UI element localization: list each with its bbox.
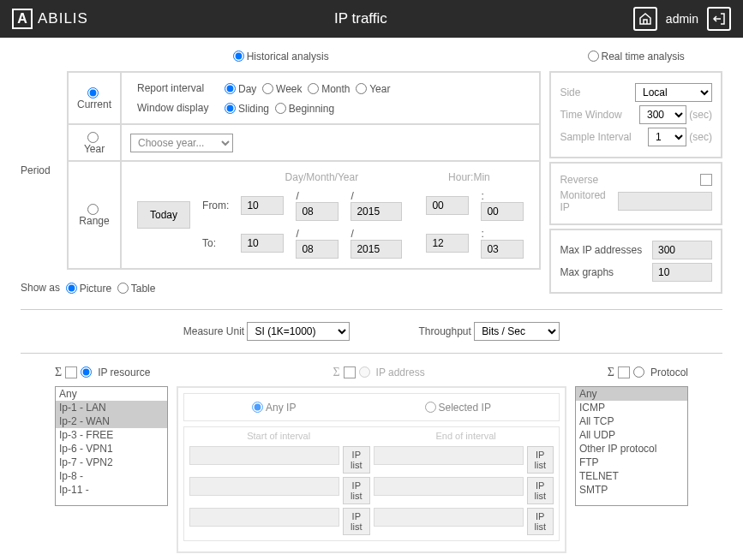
filter-proto-radio[interactable] [633,366,644,378]
to-year-input[interactable] [351,240,402,259]
today-button[interactable]: Today [137,201,190,229]
ip-start-1-input[interactable] [189,446,339,465]
brand-logo: A [12,9,33,29]
list-item[interactable]: Ip-3 - FREE [56,428,167,442]
to-hour-input[interactable] [426,234,469,253]
ip-resource-list[interactable]: AnyIp-1 - LANIp-2 - WANIp-3 - FREEIp-6 -… [55,386,168,506]
iplist-3b-button[interactable]: IP list [527,508,554,535]
sum-ipaddr-checkbox[interactable] [344,366,356,378]
mode-historical-radio[interactable] [233,51,244,62]
iplist-3a-button[interactable]: IP list [343,508,369,535]
list-item[interactable]: All TCP [576,414,687,428]
period-current-radio[interactable] [87,87,99,98]
user-label: admin [666,12,698,26]
list-item[interactable]: SMTP [576,483,687,497]
period-range-radio[interactable] [87,204,99,215]
list-item[interactable]: Ip-6 - VPN1 [56,442,167,456]
show-picture-radio[interactable] [66,283,77,294]
ip-start-2-input[interactable] [189,477,339,496]
window-beginning-radio[interactable] [275,103,286,114]
list-item[interactable]: FTP [576,456,687,469]
to-min-input[interactable] [481,240,524,259]
interval-day-radio[interactable] [225,83,236,94]
from-month-input[interactable] [296,202,339,221]
measure-unit-select[interactable]: SI (1K=1000) [247,322,350,341]
sample-interval-select[interactable]: 1 [648,128,686,146]
home-icon[interactable] [633,7,657,31]
sum-proto-checkbox[interactable] [618,366,630,378]
ip-end-2-input[interactable] [374,477,524,496]
filter-ipaddr-radio [359,366,370,378]
iplist-1a-button[interactable]: IP list [343,446,369,474]
ip-address-panel: Any IP Selected IP Start of intervalEnd … [177,386,566,553]
throughput-select[interactable]: Bits / Sec [474,322,560,341]
iplist-2b-button[interactable]: IP list [527,477,554,504]
max-ip-input[interactable] [652,241,712,259]
mode-realtime-label: Real time analysis [602,51,685,63]
from-min-input[interactable] [481,202,524,221]
monitored-ip-input[interactable] [618,192,712,211]
interval-month-radio[interactable] [308,83,319,94]
side-select[interactable]: Local [635,83,712,102]
iplist-1b-button[interactable]: IP list [527,446,554,474]
list-item[interactable]: All UDP [576,428,687,442]
from-year-input[interactable] [351,202,402,221]
period-year-radio[interactable] [87,132,99,143]
mode-historical-label: Historical analysis [247,51,329,63]
brand: A ABILIS [12,9,88,29]
ip-end-1-input[interactable] [374,446,524,465]
list-item[interactable]: ICMP [576,401,687,414]
iplist-2a-button[interactable]: IP list [343,477,369,504]
show-table-radio[interactable] [117,283,129,294]
ip-end-3-input[interactable] [374,508,524,527]
list-item[interactable]: Ip-8 - [56,469,167,483]
reverse-checkbox[interactable] [700,174,712,186]
list-item[interactable]: Ip-2 - WAN [56,414,167,428]
sum-ipres-checkbox[interactable] [65,366,77,378]
from-day-input[interactable] [241,196,284,215]
year-select[interactable]: Choose year... [130,134,233,152]
any-ip-radio[interactable] [252,402,263,413]
max-graphs-input[interactable] [652,263,712,282]
protocol-list[interactable]: AnyICMPAll TCPAll UDPOther IP protocolFT… [575,386,688,506]
to-month-input[interactable] [296,240,339,259]
interval-year-radio[interactable] [356,83,367,94]
show-as-label: Show as [21,282,60,294]
brand-text: ABILIS [38,10,88,27]
to-day-input[interactable] [241,234,284,253]
list-item[interactable]: Any [576,387,687,401]
logout-icon[interactable] [707,7,731,31]
selected-ip-radio[interactable] [425,402,436,413]
time-window-select[interactable]: 300 [639,105,686,124]
page-title: IP traffic [88,10,633,27]
mode-realtime-radio[interactable] [588,51,599,62]
ip-start-3-input[interactable] [189,508,339,527]
period-label: Period [21,164,62,176]
window-sliding-radio[interactable] [225,103,236,114]
list-item[interactable]: Ip-11 - [56,483,167,497]
list-item[interactable]: TELNET [576,469,687,483]
list-item[interactable]: Other IP protocol [576,442,687,456]
interval-week-radio[interactable] [262,83,273,94]
list-item[interactable]: Ip-7 - VPN2 [56,456,167,469]
list-item[interactable]: Any [56,387,167,401]
from-hour-input[interactable] [426,196,469,215]
filter-ipres-radio[interactable] [81,366,92,378]
list-item[interactable]: Ip-1 - LAN [56,401,167,414]
